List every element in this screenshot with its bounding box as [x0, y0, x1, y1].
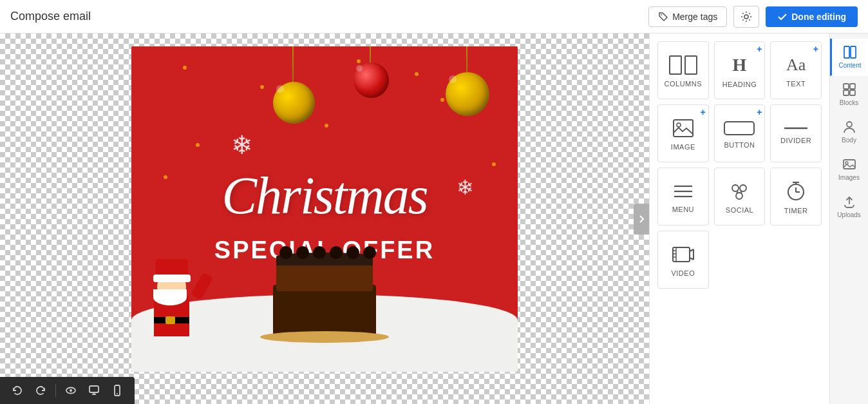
settings-button[interactable] — [733, 6, 759, 28]
svg-point-3 — [70, 389, 72, 392]
sidebar-tab-images[interactable]: Images — [830, 151, 868, 188]
image-icon — [672, 119, 694, 138]
ornament-gold-right — [446, 72, 489, 116]
christmas-text: Christmas — [222, 166, 427, 226]
heading-label: HEADING — [722, 81, 757, 88]
snowflake-1: ❄ — [231, 130, 253, 160]
social-label: SOCIAL — [726, 206, 753, 214]
svg-point-16 — [732, 185, 739, 191]
images-tab-label: Images — [838, 174, 860, 181]
blocks-icon — [842, 82, 856, 97]
element-card-timer[interactable]: TIMER — [770, 168, 822, 226]
sidebar-tab-content[interactable]: Content — [830, 39, 868, 76]
eye-icon — [65, 385, 77, 396]
ornament-gold-left — [273, 82, 315, 124]
svg-point-40 — [847, 122, 852, 127]
heading-icon: H — [733, 55, 747, 75]
tag-icon — [658, 12, 668, 22]
element-card-menu[interactable]: MENU — [657, 168, 709, 226]
svg-rect-41 — [844, 160, 855, 169]
svg-rect-26 — [673, 247, 690, 262]
header: Compose email Merge tags Done editing — [0, 0, 868, 34]
main-layout: ❄ ❄ Christmas SPECIAL OFFER — [0, 34, 868, 404]
panel-toggle-button[interactable] — [634, 204, 649, 235]
chevron-right-icon — [638, 215, 645, 224]
element-card-heading[interactable]: + H HEADING — [714, 41, 766, 99]
divider-label: DIVIDER — [780, 137, 811, 144]
redo-icon — [35, 385, 46, 396]
video-icon — [672, 245, 695, 264]
svg-point-17 — [740, 185, 746, 191]
content-tab-label: Content — [838, 62, 861, 69]
desktop-view-button[interactable] — [83, 381, 105, 400]
uploads-tab-label: Uploads — [837, 211, 861, 218]
bottom-toolbar — [0, 377, 135, 404]
santa-image — [144, 265, 202, 336]
page-title: Compose email — [10, 10, 91, 23]
svg-point-8 — [117, 393, 118, 394]
snowflake-2: ❄ — [457, 175, 474, 200]
mobile-icon — [111, 385, 123, 396]
svg-rect-11 — [724, 122, 754, 135]
cake-image — [267, 240, 382, 336]
undo-button[interactable] — [6, 381, 28, 400]
svg-point-0 — [661, 14, 662, 15]
christmas-banner[interactable]: ❄ ❄ Christmas SPECIAL OFFER — [131, 46, 518, 372]
undo-icon — [12, 385, 23, 396]
gear-icon — [741, 11, 752, 23]
body-tab-label: Body — [842, 137, 856, 144]
element-card-button[interactable]: + BUTTON — [714, 104, 766, 162]
element-card-columns[interactable]: COLUMNS — [657, 41, 709, 99]
right-sidebar: Content Blocks Body — [829, 34, 868, 404]
ornament-red — [354, 63, 389, 98]
sidebar-tab-body[interactable]: Body — [830, 113, 868, 151]
sidebar-tab-uploads[interactable]: Uploads — [830, 188, 868, 226]
monitor-icon — [88, 385, 100, 396]
elements-grid: COLUMNS + H HEADING + Aa TEXT + — [650, 34, 829, 404]
image-add-badge: + — [700, 108, 705, 117]
element-card-image[interactable]: + IMAGE — [657, 104, 709, 162]
svg-rect-9 — [674, 120, 693, 137]
preview-button[interactable] — [60, 381, 82, 400]
body-icon — [842, 120, 856, 134]
svg-point-1 — [744, 15, 748, 19]
header-actions: Merge tags Done editing — [648, 6, 858, 28]
text-icon: Aa — [786, 55, 806, 75]
mobile-view-button[interactable] — [106, 381, 128, 400]
svg-rect-34 — [844, 46, 849, 58]
element-panel: COLUMNS + H HEADING + Aa TEXT + — [649, 34, 868, 404]
divider-icon — [783, 125, 809, 131]
heading-add-badge: + — [757, 44, 762, 53]
content-icon — [843, 45, 857, 59]
toolbar-divider-1 — [55, 384, 56, 397]
text-label: TEXT — [786, 80, 806, 88]
svg-rect-38 — [844, 90, 849, 95]
element-card-video[interactable]: VIDEO — [657, 231, 709, 289]
timer-icon — [786, 181, 806, 202]
merge-tags-button[interactable]: Merge tags — [648, 6, 727, 27]
button-add-badge: + — [757, 108, 762, 117]
checkmark-icon — [777, 12, 788, 22]
element-card-text[interactable]: + Aa TEXT — [770, 41, 822, 99]
svg-rect-4 — [90, 386, 99, 392]
social-icon — [728, 182, 751, 201]
timer-label: TIMER — [784, 207, 808, 215]
svg-rect-35 — [851, 46, 856, 58]
done-editing-button[interactable]: Done editing — [766, 6, 858, 27]
columns-label: COLUMNS — [665, 80, 703, 88]
element-card-social[interactable]: SOCIAL — [714, 168, 766, 226]
button-icon — [723, 120, 755, 136]
element-card-divider[interactable]: DIVIDER — [770, 104, 822, 162]
button-label: BUTTON — [724, 141, 755, 149]
redo-button[interactable] — [30, 381, 52, 400]
svg-rect-37 — [850, 84, 855, 89]
images-icon — [842, 157, 856, 171]
video-label: VIDEO — [671, 269, 695, 277]
svg-point-10 — [677, 123, 681, 127]
email-canvas: ❄ ❄ Christmas SPECIAL OFFER — [131, 46, 518, 391]
menu-label: MENU — [672, 206, 694, 213]
sidebar-tab-blocks[interactable]: Blocks — [830, 76, 868, 113]
canvas-area: ❄ ❄ Christmas SPECIAL OFFER — [0, 34, 649, 404]
menu-icon — [673, 182, 693, 200]
blocks-tab-label: Blocks — [840, 99, 858, 106]
